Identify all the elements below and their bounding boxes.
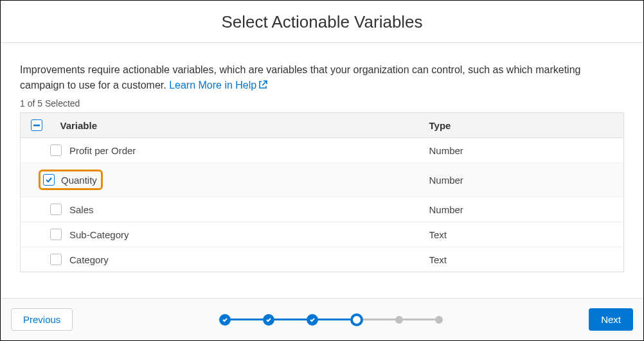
table-row[interactable]: Sub-Category Text bbox=[21, 222, 624, 247]
variable-type: Number bbox=[421, 163, 623, 197]
variable-name: Category bbox=[69, 254, 109, 265]
content-area: Improvements require actionable variable… bbox=[1, 43, 643, 272]
table-row[interactable]: Profit per Order Number bbox=[21, 138, 624, 163]
page-title: Select Actionable Variables bbox=[1, 12, 643, 32]
step-5-todo bbox=[395, 316, 403, 324]
svg-rect-0 bbox=[33, 125, 40, 127]
row-checkbox[interactable] bbox=[50, 204, 62, 215]
variable-name: Sub-Category bbox=[69, 229, 129, 240]
progress-stepper bbox=[73, 313, 589, 326]
step-1-done bbox=[219, 314, 231, 326]
variable-type: Text bbox=[421, 247, 623, 272]
variable-type: Text bbox=[421, 222, 623, 247]
row-checkbox[interactable] bbox=[50, 144, 62, 156]
row-checkbox[interactable] bbox=[50, 229, 62, 240]
next-button[interactable]: Next bbox=[589, 308, 633, 331]
variable-name: Sales bbox=[69, 204, 94, 215]
learn-more-link[interactable]: Learn More in Help bbox=[169, 80, 268, 91]
variable-name: Quantity bbox=[61, 175, 97, 186]
description-text: Improvements require actionable variable… bbox=[20, 62, 624, 94]
selection-count: 1 of 5 Selected bbox=[20, 98, 624, 109]
column-header-variable[interactable]: Variable bbox=[53, 113, 422, 138]
dialog-header: Select Actionable Variables bbox=[1, 1, 643, 43]
variable-type: Number bbox=[421, 138, 623, 163]
row-highlight: Quantity bbox=[39, 170, 103, 190]
column-header-type[interactable]: Type bbox=[421, 113, 623, 138]
external-link-icon bbox=[258, 79, 268, 94]
footer-bar: Previous Next bbox=[1, 298, 643, 340]
step-2-done bbox=[263, 314, 274, 326]
variable-name: Profit per Order bbox=[69, 145, 136, 156]
step-3-done bbox=[307, 314, 318, 326]
previous-button[interactable]: Previous bbox=[11, 308, 73, 331]
row-checkbox[interactable] bbox=[43, 174, 55, 186]
variable-type: Number bbox=[421, 197, 623, 222]
table-row[interactable]: Sales Number bbox=[21, 197, 624, 222]
select-all-checkbox[interactable] bbox=[31, 119, 42, 131]
row-checkbox[interactable] bbox=[50, 254, 62, 265]
step-4-current bbox=[350, 313, 363, 326]
step-6-todo bbox=[435, 316, 443, 324]
table-row[interactable]: Category Text bbox=[21, 247, 624, 272]
variables-table: Variable Type Profit per Order Number bbox=[20, 112, 624, 272]
table-row[interactable]: Quantity Number bbox=[21, 163, 624, 197]
